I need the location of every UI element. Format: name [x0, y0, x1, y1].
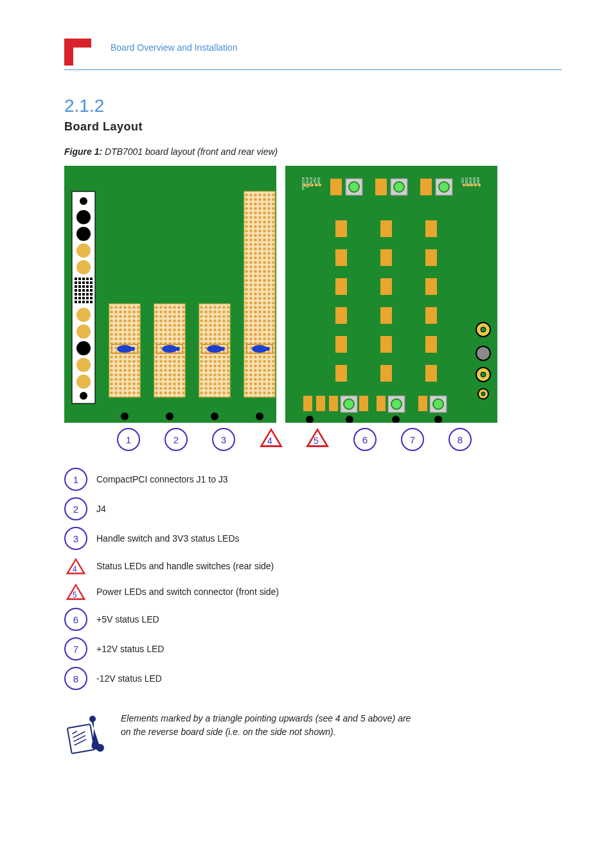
svg-point-91 — [463, 184, 465, 186]
svg-rect-20 — [82, 285, 85, 288]
svg-rect-116 — [425, 307, 437, 324]
legend-text: Status LEDs and handle switches (rear si… — [96, 561, 274, 571]
svg-point-149 — [96, 744, 104, 752]
legend-row: 7+12V status LED — [64, 637, 562, 660]
svg-rect-117 — [335, 336, 347, 353]
marker-8: 8 — [449, 428, 472, 451]
svg-rect-131 — [377, 396, 386, 411]
svg-rect-42 — [90, 301, 93, 303]
svg-rect-28 — [75, 293, 77, 296]
note-line: Elements marked by a triangle pointing u… — [121, 712, 411, 725]
svg-point-4 — [76, 227, 91, 241]
svg-rect-57 — [244, 191, 275, 397]
svg-rect-17 — [90, 281, 93, 284]
legend-marker: 8 — [64, 667, 87, 690]
section-title: Board Layout — [64, 120, 562, 134]
marker-2: 2 — [164, 428, 188, 451]
svg-rect-15 — [82, 281, 85, 284]
svg-rect-121 — [380, 365, 392, 382]
marker-6: 6 — [353, 428, 377, 451]
svg-rect-109 — [380, 249, 392, 266]
svg-rect-10 — [82, 278, 85, 280]
legend-row: 3Handle switch and 3V3 status LEDs — [64, 527, 562, 550]
svg-point-70 — [121, 412, 129, 420]
note-icon — [64, 712, 109, 757]
svg-rect-111 — [335, 278, 347, 295]
marker-1: 1 — [117, 428, 140, 451]
svg-rect-105 — [335, 220, 347, 237]
svg-rect-32 — [90, 293, 93, 296]
svg-rect-27 — [90, 289, 93, 292]
svg-point-95 — [478, 184, 481, 186]
svg-point-46 — [76, 358, 91, 372]
svg-point-44 — [76, 324, 91, 339]
legend-text: +5V status LED — [96, 614, 159, 624]
svg-point-83 — [315, 184, 317, 186]
svg-point-45 — [76, 341, 91, 355]
legend-text: J4 — [96, 504, 106, 514]
svg-rect-34 — [78, 297, 81, 299]
svg-point-80 — [303, 184, 306, 186]
svg-point-141 — [481, 372, 486, 377]
svg-rect-115 — [380, 307, 392, 324]
brand-logo-icon — [64, 39, 91, 66]
legend-text: CompactPCI connectors J1 to J3 — [96, 474, 228, 484]
svg-rect-29 — [78, 293, 81, 296]
svg-point-73 — [256, 412, 263, 420]
svg-rect-128 — [359, 396, 368, 411]
page-header: Board Overview and Installation — [64, 39, 562, 70]
svg-point-2 — [80, 197, 87, 205]
svg-rect-9 — [78, 278, 81, 280]
svg-rect-21 — [86, 285, 89, 288]
svg-rect-69 — [262, 347, 270, 351]
svg-rect-102 — [420, 179, 432, 195]
legend-marker: 5 — [66, 583, 86, 600]
svg-rect-31 — [86, 293, 89, 296]
svg-rect-26 — [86, 289, 89, 292]
svg-rect-23 — [75, 289, 77, 292]
legend-row: 6+5V status LED — [64, 608, 562, 631]
svg-point-104 — [439, 182, 449, 192]
svg-point-82 — [311, 184, 314, 186]
svg-rect-127 — [329, 396, 338, 411]
svg-rect-16 — [86, 281, 89, 284]
svg-rect-107 — [425, 220, 437, 237]
section-number: 2.1.2 — [64, 96, 562, 116]
svg-point-81 — [307, 184, 310, 186]
svg-rect-41 — [86, 301, 89, 303]
marker-5: 5 — [306, 428, 329, 447]
svg-point-92 — [466, 184, 469, 186]
legend-marker: 7 — [64, 637, 87, 660]
svg-point-71 — [166, 412, 173, 420]
svg-rect-99 — [375, 179, 387, 195]
svg-rect-14 — [78, 281, 81, 284]
svg-rect-118 — [380, 336, 392, 353]
svg-rect-35 — [82, 297, 85, 299]
svg-rect-119 — [425, 336, 437, 353]
svg-point-48 — [80, 392, 87, 400]
legend-row: 4Status LEDs and handle switches (rear s… — [64, 556, 562, 576]
svg-point-72 — [211, 412, 218, 420]
svg-rect-112 — [380, 278, 392, 295]
svg-rect-8 — [75, 278, 77, 280]
legend-row: 5Power LEDs and switch connector (front … — [64, 582, 562, 601]
board-figure: PRST# DEG# FAL# +5V GND NC GND INH# GND … — [64, 166, 562, 423]
svg-rect-30 — [82, 293, 85, 296]
svg-rect-40 — [82, 301, 85, 303]
figure-legend: 1CompactPCI connectors J1 to J3 2J4 3Han… — [64, 468, 562, 690]
svg-rect-114 — [335, 307, 347, 324]
svg-point-139 — [476, 346, 490, 360]
svg-rect-66 — [217, 347, 225, 351]
svg-point-43 — [76, 308, 91, 322]
legend-marker: 2 — [64, 497, 87, 520]
svg-rect-33 — [75, 297, 77, 299]
svg-rect-134 — [418, 396, 427, 411]
svg-rect-19 — [78, 285, 81, 288]
svg-rect-60 — [127, 347, 135, 351]
svg-rect-25 — [82, 289, 85, 292]
figure-caption: Figure 1: DTB7001 board layout (front an… — [64, 146, 562, 157]
svg-rect-106 — [380, 220, 392, 237]
figure-caption-prefix: Figure 1: — [64, 146, 102, 157]
figure-caption-text: DTB7001 board layout (front and rear vie… — [105, 146, 278, 157]
svg-rect-108 — [335, 249, 347, 266]
